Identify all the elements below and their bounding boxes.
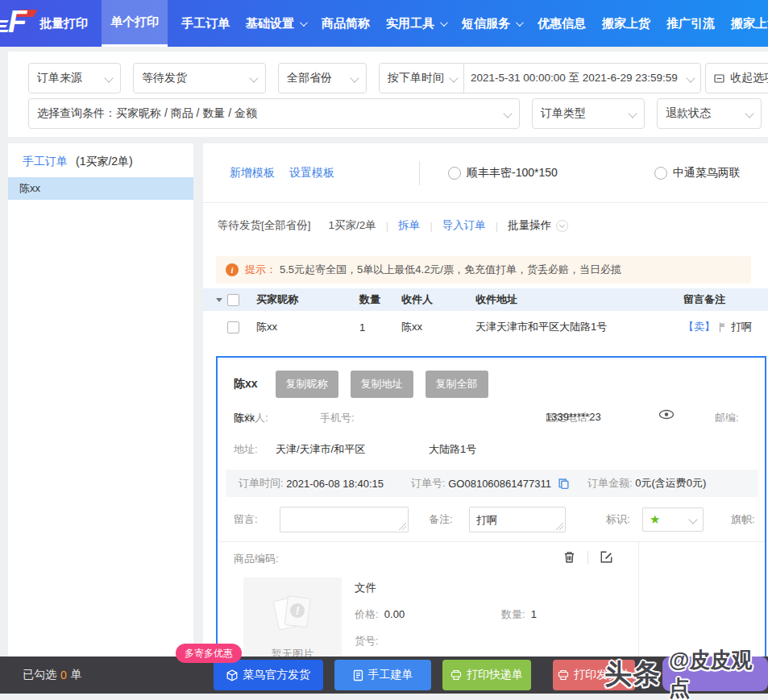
province-select[interactable]: 全部省份 bbox=[278, 63, 367, 93]
chevron-down-icon bbox=[249, 73, 258, 82]
document-icon bbox=[353, 669, 363, 681]
no-image-text: 暂无图片 bbox=[243, 647, 342, 657]
watermark-handle: @皮皮观点 bbox=[662, 657, 768, 691]
chevron-down-icon bbox=[300, 19, 308, 27]
promo-badge: 多寄多优惠 bbox=[176, 644, 242, 663]
manual-create-order-button[interactable]: 手工建单 bbox=[334, 660, 431, 690]
region-value: 天津/天津市/和平区 bbox=[276, 442, 365, 457]
delete-product-button[interactable] bbox=[563, 550, 576, 564]
nav-item-basic-settings[interactable]: 基础设置 bbox=[243, 0, 308, 47]
nav-item-promotion[interactable]: 推广引流 bbox=[664, 0, 717, 47]
chevron-down-icon bbox=[688, 515, 697, 524]
eye-icon bbox=[658, 409, 675, 420]
resize-handle[interactable] bbox=[556, 523, 563, 530]
nav-item-move-goods[interactable]: 搬家上货 bbox=[600, 0, 653, 47]
time-field-select[interactable]: 按下单时间 bbox=[380, 64, 464, 93]
order-detail-card: 陈xx 复制昵称 复制地址 复制全部 收件人:陈xx 手机号: 固定电话: 13… bbox=[216, 356, 766, 657]
set-template-link[interactable]: 设置模板 bbox=[289, 166, 334, 180]
nav-item-sms-service[interactable]: 短信服务 bbox=[459, 0, 524, 47]
svg-text:!: ! bbox=[296, 604, 300, 617]
collapse-options-button[interactable]: 收起选项 bbox=[705, 63, 768, 93]
template-bar: 新增模板 设置模板 顺丰丰密-100*150 中通菜鸟两联 bbox=[203, 143, 768, 203]
sku-label: 商品编码: bbox=[234, 552, 279, 566]
order-print-app: F 批量打印 单个打印 手工订单 基础设置 商品简称 实用工具 短信服务 优惠信… bbox=[0, 0, 768, 700]
select-all-checkbox[interactable] bbox=[227, 294, 239, 306]
nav-item-single-print[interactable]: 单个打印 bbox=[102, 0, 168, 47]
order-table: 买家昵称 数量 收件人 收件地址 留言备注 陈xx 1 陈xx 天津天津市和平区… bbox=[203, 288, 768, 343]
show-phone-button[interactable] bbox=[658, 409, 675, 422]
message-textarea[interactable] bbox=[280, 507, 409, 532]
mark-select[interactable]: ★ bbox=[642, 507, 704, 532]
star-icon: ★ bbox=[650, 512, 660, 527]
copy-order-no-button[interactable] bbox=[558, 478, 570, 490]
sidebar-buyer-item[interactable]: 陈xx bbox=[8, 177, 193, 200]
template-radio-sf[interactable]: 顺丰丰密-100*150 bbox=[448, 166, 558, 180]
manual-order-link[interactable]: 手工订单 bbox=[23, 155, 68, 169]
order-form-row: 留言: 备注: 打啊 标识: ★ 旗帜: bbox=[218, 506, 765, 533]
resize-handle[interactable] bbox=[399, 523, 406, 530]
ship-status-select[interactable]: 等待发货 bbox=[133, 63, 266, 93]
nav-item-batch-print[interactable]: 批量打印 bbox=[37, 0, 90, 47]
expand-caret-icon[interactable] bbox=[216, 298, 222, 302]
chevron-down-icon bbox=[503, 109, 512, 118]
note-textarea[interactable]: 打啊 bbox=[469, 507, 566, 532]
chevron-down-icon bbox=[449, 73, 458, 82]
row-qty: 1 bbox=[359, 321, 401, 333]
add-template-link[interactable]: 新增模板 bbox=[230, 166, 275, 180]
chevron-down-icon bbox=[628, 109, 637, 118]
copy-all-button[interactable]: 复制全部 bbox=[426, 371, 488, 398]
notice-prefix: 提示： bbox=[245, 263, 276, 277]
nav-item-utilities[interactable]: 实用工具 bbox=[384, 0, 448, 47]
batch-ops-menu[interactable]: 批量操作 bbox=[508, 218, 568, 233]
sidebar-header: 手工订单 (1买家/2单) bbox=[8, 143, 193, 177]
trash-icon bbox=[563, 550, 576, 564]
chevron-down-icon bbox=[440, 19, 448, 27]
date-range-select[interactable]: 2021-5-31 00:00:00 至 2021-6-29 23:59:59 bbox=[464, 71, 700, 85]
order-time: 2021-06-08 18:40:15 bbox=[286, 478, 384, 490]
card-header: 陈xx 复制昵称 复制地址 复制全部 bbox=[234, 371, 500, 398]
zip-label: 邮编: bbox=[715, 411, 739, 425]
selected-count: 已勾选 0 单 bbox=[23, 657, 82, 694]
brand-logo[interactable]: F bbox=[0, 0, 37, 47]
street-value: 大陆路1号 bbox=[429, 442, 476, 457]
import-order-link[interactable]: 导入订单 bbox=[442, 218, 486, 233]
contact-row: 收件人:陈xx 手机号: 固定电话: 1339*****23 邮编: bbox=[218, 411, 765, 429]
printer-icon bbox=[450, 669, 462, 681]
nav-item-manual-order[interactable]: 手工订单 bbox=[179, 0, 232, 47]
buyer-name: 陈xx bbox=[234, 377, 258, 391]
promo-notice: i 提示： 5.5元起寄全国，5单以上最低4.2元/票，免充值打单，货丢必赔，当… bbox=[216, 256, 751, 284]
flag-label: 旗帜: bbox=[731, 512, 755, 527]
flag-icon bbox=[717, 321, 729, 333]
cainiao-ship-button[interactable]: 菜鸟官方发货 bbox=[214, 660, 323, 690]
row-checkbox[interactable] bbox=[227, 321, 239, 333]
copy-nickname-button[interactable]: 复制昵称 bbox=[276, 371, 338, 398]
radio-icon bbox=[448, 167, 461, 180]
split-order-link[interactable]: 拆单 bbox=[398, 218, 420, 233]
copy-address-button[interactable]: 复制地址 bbox=[351, 371, 413, 398]
buyer-sidebar: 手工订单 (1买家/2单) 陈xx bbox=[8, 143, 193, 657]
refund-status-select[interactable]: 退款状态 bbox=[657, 98, 762, 129]
table-row[interactable]: 陈xx 1 陈xx 天津天津市和平区大陆路1号 【卖】 打啊 bbox=[203, 311, 768, 343]
nav-item-move-goods-2[interactable]: 搬家上货 bbox=[729, 0, 768, 47]
count-text: 1买家/2单 bbox=[329, 218, 376, 233]
collapse-icon bbox=[714, 73, 724, 84]
order-type-select[interactable]: 订单类型 bbox=[532, 98, 645, 129]
nav-item-promo-info[interactable]: 优惠信息 bbox=[535, 0, 588, 47]
top-nav: F 批量打印 单个打印 手工订单 基础设置 商品简称 实用工具 短信服务 优惠信… bbox=[0, 0, 768, 47]
template-radio-zto[interactable]: 中通菜鸟两联 bbox=[654, 166, 741, 180]
filter-panel: 订单来源 等待发货 全部省份 按下单时间 2021-5-31 00:00:00 … bbox=[8, 52, 768, 137]
order-source-select[interactable]: 订单来源 bbox=[28, 63, 121, 93]
art-no-label: 货号: bbox=[355, 634, 379, 648]
nav-item-product-abbr[interactable]: 商品简称 bbox=[319, 0, 372, 47]
edit-product-button[interactable] bbox=[600, 550, 613, 564]
order-info-row: 订单时间: 2021-06-08 18:40:15 订单号: GO0810608… bbox=[226, 470, 758, 497]
print-express-button[interactable]: 打印快递单 bbox=[442, 660, 531, 690]
printer-icon bbox=[558, 669, 569, 681]
status-text: 等待发货[全部省份] bbox=[218, 218, 311, 233]
date-range-control: 按下单时间 2021-5-31 00:00:00 至 2021-6-29 23:… bbox=[379, 63, 701, 93]
notice-text: 5.5元起寄全国，5单以上最低4.2元/票，免充值打单，货丢必赔，当日必揽 bbox=[280, 263, 621, 277]
watermark-brand: 头条 bbox=[604, 656, 661, 693]
divider bbox=[638, 542, 639, 657]
query-condition-select[interactable]: 选择查询条件：买家昵称 / 商品 / 数量 / 金额 bbox=[28, 98, 520, 129]
chevron-down-icon bbox=[686, 73, 695, 82]
